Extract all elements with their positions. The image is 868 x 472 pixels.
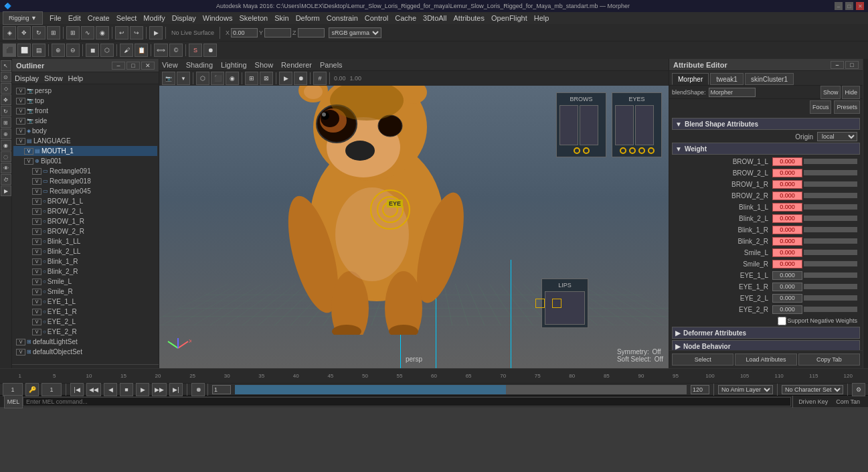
timeline-tick-55[interactable]: 55 <box>382 373 417 379</box>
weight-value-eye_2_r[interactable]: 0.000 <box>772 305 802 314</box>
mask-none[interactable]: ⊖ <box>66 44 80 57</box>
minimize-button[interactable]: – <box>835 2 843 10</box>
lt-show-hide[interactable]: 👁 <box>1 163 11 173</box>
menu-skin[interactable]: Skin <box>274 14 288 22</box>
eye-slider-1[interactable] <box>615 105 634 145</box>
visibility-icon-defaultobjectset[interactable]: V <box>16 349 25 356</box>
visibility-icon-smile_r[interactable]: V <box>32 289 41 295</box>
weight-value-eye_2_l[interactable]: 0.000 <box>772 294 802 303</box>
vp-tab-view[interactable]: View <box>162 61 178 69</box>
vp-shading-flat[interactable]: ⬛ <box>211 72 224 85</box>
eye-circle-4[interactable] <box>648 147 655 154</box>
timeline-tick-25[interactable]: 25 <box>175 373 210 379</box>
ol-item-smile_l[interactable]: V○Smile_L <box>13 277 157 287</box>
timeline-tick-115[interactable]: 115 <box>796 373 831 379</box>
ol-item-eye_1_l[interactable]: V○EYE_1_L <box>13 297 157 307</box>
visibility-icon-eye_2_l[interactable]: V <box>32 319 41 325</box>
brow-circle-1[interactable] <box>574 147 580 154</box>
menu-openflight[interactable]: OpenFlight <box>491 14 527 22</box>
mel-python-toggle[interactable]: MEL <box>4 395 23 408</box>
menu-3dtoall[interactable]: 3DtoAll <box>423 14 446 22</box>
step-back[interactable]: ◀◀ <box>86 383 101 396</box>
char-set-dropdown[interactable]: No Character Set <box>782 385 843 394</box>
range-end-input[interactable] <box>691 385 709 394</box>
menu-file[interactable]: File <box>50 14 62 22</box>
weight-slider-smile_l[interactable] <box>804 250 857 255</box>
close-button[interactable]: ✕ <box>856 2 864 10</box>
3d-viewport[interactable]: EYE BROWS <box>159 86 669 368</box>
visibility-icon-persp[interactable]: V <box>16 88 25 94</box>
timeline-tick-85[interactable]: 85 <box>590 373 624 379</box>
eye-slider-2[interactable] <box>635 105 654 145</box>
lt-scale[interactable]: ⊞ <box>1 117 11 128</box>
timeline-tick-15[interactable]: 15 <box>106 373 141 379</box>
set-key[interactable]: S <box>189 44 202 57</box>
ol-item-brow_2_l[interactable]: V○BROW_2_L <box>13 206 157 216</box>
selection-mode-comp[interactable]: ⬜ <box>17 44 31 57</box>
weight-value-blink_1_l[interactable]: 0.000 <box>772 203 802 212</box>
visibility-icon-blink_2_ll[interactable]: V <box>32 248 41 255</box>
visibility-icon-eye_1_l[interactable]: V <box>32 299 41 305</box>
weight-value-blink_2_l[interactable]: 0.000 <box>772 214 802 223</box>
weight-slider-blink_1_l[interactable] <box>804 204 857 210</box>
vp-playblast[interactable]: ⏺ <box>294 72 307 85</box>
ol-item-language[interactable]: V▤LANGUAGE <box>13 136 157 146</box>
focus-button[interactable]: Focus <box>810 100 832 114</box>
visibility-icon-language[interactable]: V <box>16 138 25 145</box>
selection-mode-hier[interactable]: ▤ <box>32 44 46 57</box>
display-wire[interactable]: ⬡ <box>100 44 114 57</box>
menu-help[interactable]: Help <box>534 14 549 22</box>
vp-shading-smooth[interactable]: ◉ <box>226 72 239 85</box>
ae-maximize[interactable]: □ <box>845 61 859 69</box>
weight-slider-blink_2_l[interactable] <box>804 216 857 221</box>
weight-value-eye_1_r[interactable]: 0.000 <box>772 283 802 291</box>
vp-select-cam[interactable]: ▼ <box>177 72 190 85</box>
history-fwd[interactable]: ↪ <box>130 26 143 40</box>
vp-shading-wire[interactable]: ⬡ <box>196 72 209 85</box>
ol-item-blink_2_ll[interactable]: V○Blink_2_LL <box>13 246 157 256</box>
menu-modify[interactable]: Modify <box>143 14 165 22</box>
mirror-skin[interactable]: ⟺ <box>154 44 168 57</box>
visibility-icon-bip001[interactable]: V <box>24 158 33 165</box>
select-tool[interactable]: ◈ <box>3 26 16 40</box>
ol-item-bip001[interactable]: V⊕Bip001 <box>13 156 157 166</box>
visibility-icon-blink_1_r[interactable]: V <box>32 258 41 265</box>
ol-item-top[interactable]: V📷top <box>13 96 157 106</box>
ae-tab-skincluster1[interactable]: skinCluster1 <box>745 73 794 85</box>
vp-iso[interactable]: ⊠ <box>260 72 273 85</box>
timeline-tick-20[interactable]: 20 <box>141 373 175 379</box>
menu-deform[interactable]: Deform <box>296 14 320 22</box>
timeline-tick-65[interactable]: 65 <box>451 373 486 379</box>
rotate-tool[interactable]: ↻ <box>32 26 46 40</box>
ol-item-rectangle091[interactable]: V▭Rectangle091 <box>13 166 157 176</box>
y-input[interactable] <box>264 28 291 37</box>
key-settings[interactable]: ⚙ <box>852 383 865 396</box>
weight-slider-eye_1_l[interactable] <box>804 272 857 278</box>
com-tan-label[interactable]: Com Tan <box>832 398 864 405</box>
vp-render-seq[interactable]: ▶ <box>279 72 292 85</box>
visibility-icon-top[interactable]: V <box>16 98 25 104</box>
ol-item-rectangle045[interactable]: V▭Rectangle045 <box>13 186 157 196</box>
snap-point[interactable]: ◉ <box>96 26 109 40</box>
lt-lasso[interactable]: ⊙ <box>1 72 11 82</box>
menu-cache[interactable]: Cache <box>395 14 416 22</box>
presets-button[interactable]: Presets <box>834 100 860 114</box>
ol-item-defaultlightset[interactable]: V⊞defaultLightSet <box>13 337 157 347</box>
weight-value-brow_2_l[interactable]: 0.000 <box>772 169 802 177</box>
outliner-maximize[interactable]: □ <box>126 62 140 70</box>
weight-value-brow_1_l[interactable]: 0.000 <box>772 157 802 166</box>
paint-weights[interactable]: 🖌 <box>120 44 133 57</box>
timeline-tick-70[interactable]: 70 <box>486 373 521 379</box>
menu-skeleton[interactable]: Skeleton <box>239 14 268 22</box>
ol-item-smile_r[interactable]: V○Smile_R <box>13 287 157 297</box>
ol-item-blink_1_r[interactable]: V○Blink_1_R <box>13 256 157 266</box>
ae-hide-btn[interactable]: Hide <box>842 86 860 99</box>
blend-shape-input[interactable] <box>709 88 756 97</box>
timeline-tick-75[interactable]: 75 <box>520 373 555 379</box>
timeline-tick-120[interactable]: 120 <box>831 373 866 379</box>
ol-item-rectangle018[interactable]: V▭Rectangle018 <box>13 176 157 186</box>
ol-item-mouth_1[interactable]: V▤MOUTH_1 <box>13 146 157 156</box>
eye-circle-1[interactable] <box>620 147 626 154</box>
outliner-close[interactable]: ✕ <box>141 62 155 70</box>
auto-key[interactable]: ⏺ <box>203 44 217 57</box>
